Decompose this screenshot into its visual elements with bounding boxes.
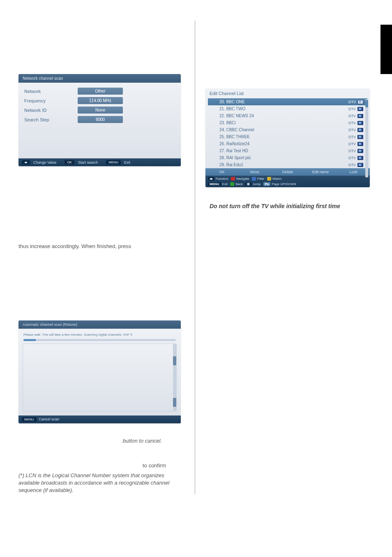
navigate-label: Navigate xyxy=(236,177,249,181)
auto-scan-results xyxy=(23,343,177,411)
ok-action[interactable]: OK xyxy=(205,168,238,176)
page-side-tab xyxy=(380,25,392,74)
filter-label: Filter xyxy=(257,177,265,181)
channel-name: 21. BBC TWO xyxy=(219,107,245,111)
function-label: Function xyxy=(216,177,228,181)
tv-icon xyxy=(357,128,363,132)
edit-actions-bar: OK Move Delete Edit name Lock xyxy=(205,168,370,176)
lcn-footnote: (*) LCN is the Logical Channel Number sy… xyxy=(18,472,184,494)
network-scan-footer: ◂▸ Change Value OK Start search MENU Exi… xyxy=(18,158,181,166)
auto-scan-title: Automatic channel scan (Retune) xyxy=(18,320,181,329)
scrollbar-thumb-2[interactable] xyxy=(173,398,176,407)
exit-label: Exit xyxy=(222,182,228,186)
dtv-tag: DTV xyxy=(348,142,356,146)
dtv-tag: DTV xyxy=(348,135,356,139)
search-step-value[interactable]: 8000 xyxy=(78,116,123,123)
right-column: Edit Channel List 20. BBC ONE DTV 21. BB… xyxy=(195,21,372,494)
dtv-tag: DTV xyxy=(348,149,356,153)
lock-action[interactable]: Lock xyxy=(337,168,370,176)
dtv-tag: DTV xyxy=(348,114,356,118)
network-scan-title: Network channel scan xyxy=(18,74,181,83)
tv-icon xyxy=(357,163,363,167)
network-value[interactable]: Other xyxy=(78,88,123,95)
network-id-value[interactable]: None xyxy=(78,107,123,114)
edit-name-action[interactable]: Edit name xyxy=(304,168,337,176)
auto-scan-footer: MENU Cancel scan xyxy=(18,415,181,423)
page-icon: P± xyxy=(263,182,271,186)
channel-name: 27. Rai Test HD xyxy=(219,149,248,153)
progress-bar xyxy=(23,339,176,341)
progress-fill xyxy=(23,339,36,341)
ok-icon: OK xyxy=(65,160,74,165)
network-id-label: Network ID xyxy=(24,108,78,113)
tv-icon xyxy=(357,142,363,146)
jump-label: Jump xyxy=(253,182,261,186)
menu-icon: MENU xyxy=(106,160,121,165)
edit-footer: ◂▸Function Navigate Filter Watch MENUExi… xyxy=(205,176,370,187)
left-body-text: thus increase accordingly. When finished… xyxy=(18,242,184,251)
yellow-button-icon xyxy=(267,177,271,181)
start-search-label: Start search xyxy=(78,160,98,165)
tv-icon xyxy=(357,121,363,125)
tv-icon xyxy=(357,114,363,118)
channel-name: 23. BBCi xyxy=(219,121,235,125)
to-confirm-text: to confirm xyxy=(18,462,184,469)
channel-name: 25. BBC THREE xyxy=(219,135,250,139)
frequency-label: Frequency xyxy=(24,98,78,103)
channel-row[interactable]: 29. Rai Edu1 DTV xyxy=(208,161,367,168)
warning-text: Do not turn off the TV while initializin… xyxy=(205,203,372,209)
edit-channel-title: Edit Channel List xyxy=(205,88,370,98)
channel-row[interactable]: 21. BBC TWO DTV xyxy=(208,105,367,112)
arrows-icon: ◂▸ xyxy=(208,177,214,181)
menu-icon: MENU xyxy=(22,417,37,422)
scrollbar[interactable] xyxy=(365,99,368,177)
exit-label: Exit xyxy=(124,160,130,165)
menu-icon: MENU xyxy=(208,182,221,186)
channel-row[interactable]: 26. RaiNotizie24 DTV xyxy=(208,140,367,147)
cancel-scan-label: Cancel scan xyxy=(39,417,60,421)
dtv-tag: DTV xyxy=(348,156,356,160)
change-value-label: Change Value xyxy=(33,160,56,165)
left-column: Network channel scan Network Other Frequ… xyxy=(18,21,195,494)
channel-row[interactable]: 28. RAI Sport più DTV xyxy=(208,154,367,161)
arrows-icon: ◂▸ xyxy=(22,160,30,165)
page-updown-label: Page UP/DOWN xyxy=(272,182,296,186)
network-scan-panel: Network channel scan Network Other Frequ… xyxy=(18,74,181,166)
watch-label: Watch xyxy=(272,177,281,181)
button-cancel-text: button to cancel. xyxy=(18,438,184,444)
network-label: Network xyxy=(24,89,78,94)
move-action[interactable]: Move xyxy=(238,168,271,176)
red-button-icon xyxy=(231,177,235,181)
delete-action[interactable]: Delete xyxy=(271,168,304,176)
dtv-tag: DTV xyxy=(348,121,356,125)
channel-row[interactable]: 27. Rai Test HD DTV xyxy=(208,147,367,154)
scrollbar-thumb[interactable] xyxy=(173,356,176,365)
dtv-tag: DTV xyxy=(348,163,356,167)
channel-row[interactable]: 24. CBBC Channel DTV xyxy=(208,126,367,133)
green-button-icon xyxy=(230,182,234,186)
tv-icon xyxy=(357,107,363,111)
auto-scan-panel: Automatic channel scan (Retune) Please w… xyxy=(18,320,181,423)
nums-icon: ⊞ xyxy=(245,182,251,186)
scrollbar-thumb[interactable] xyxy=(365,100,368,107)
channel-name: 24. CBBC Channel xyxy=(219,128,254,132)
search-step-label: Search Step xyxy=(24,117,78,122)
dtv-tag: DTV xyxy=(348,107,356,111)
frequency-value[interactable]: 114.00 MHz xyxy=(78,97,123,104)
channel-row[interactable]: 25. BBC THREE DTV xyxy=(208,133,367,140)
channel-name: 28. RAI Sport più xyxy=(219,155,251,160)
channel-list: 20. BBC ONE DTV 21. BBC TWO DTV 22. BBC … xyxy=(205,98,370,168)
channel-row[interactable]: 22. BBC NEWS 24 DTV xyxy=(208,112,367,119)
dtv-tag: DTV xyxy=(348,128,356,132)
channel-name: 22. BBC NEWS 24 xyxy=(219,114,254,118)
tv-icon xyxy=(357,100,363,104)
channel-row[interactable]: 20. BBC ONE DTV xyxy=(208,98,367,105)
tv-icon xyxy=(357,149,363,153)
back-label: Back xyxy=(235,182,243,186)
channel-name: 29. Rai Edu1 xyxy=(219,162,243,167)
tv-icon xyxy=(357,156,363,160)
dtv-tag: DTV xyxy=(348,100,356,104)
blue-button-icon xyxy=(252,177,256,181)
channel-row[interactable]: 23. BBCi DTV xyxy=(208,119,367,126)
tv-icon xyxy=(357,135,363,139)
